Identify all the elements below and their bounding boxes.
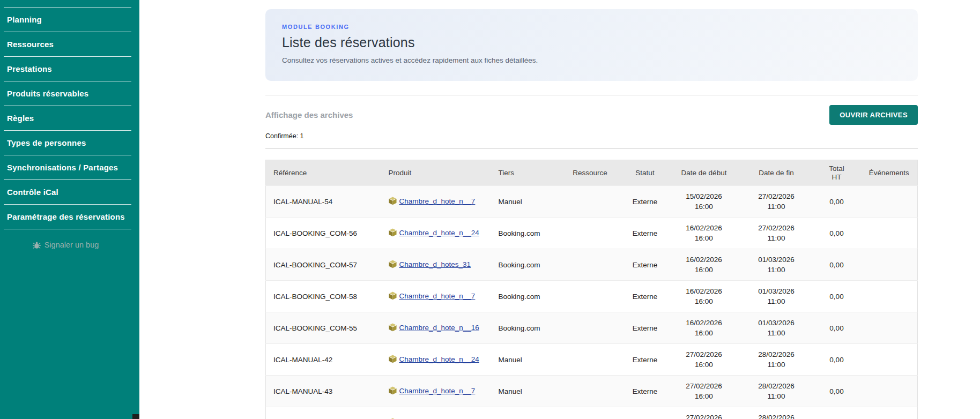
cell-statut: Externe	[622, 312, 668, 344]
module-label: MODULE BOOKING	[282, 24, 901, 30]
cell-ressource	[558, 218, 622, 249]
cell-tiers: Manuel	[491, 376, 558, 407]
cell-tiers: Booking.com	[491, 312, 558, 344]
cell-ressource	[558, 249, 622, 281]
table-row[interactable]: ICAL-BOOKING_COM-56 Chambre_d_hote_n__24…	[266, 218, 918, 249]
cell-date-fin: 27/02/202611:00	[740, 186, 813, 218]
cell-date-fin: 28/02/202611:00	[740, 407, 813, 419]
cell-date-debut: 27/02/202616:00	[668, 376, 740, 407]
cell-tiers: Manuel	[491, 407, 558, 419]
cell-evenements	[861, 312, 918, 344]
sidebar-scrollbar-corner	[132, 414, 139, 419]
cell-total-ht: 0,00	[813, 407, 861, 419]
reservations-table: Référence Produit Tiers Ressource Statut…	[265, 160, 918, 419]
cell-reference: ICAL-MANUAL-44	[266, 407, 381, 419]
product-link[interactable]: Chambre_d_hote_n__7	[399, 387, 476, 395]
table-row[interactable]: ICAL-MANUAL-44 Chambre_d_hote_n__16 Manu…	[266, 407, 918, 419]
table-row[interactable]: ICAL-BOOKING_COM-58 Chambre_d_hote_n__7 …	[266, 281, 918, 312]
cell-evenements	[861, 249, 918, 281]
cell-date-fin: 01/03/202611:00	[740, 312, 813, 344]
sidebar-item-produits-reservables[interactable]: Produits réservables	[4, 81, 131, 106]
app-window: Planning Ressources Prestations Produits…	[0, 0, 980, 419]
module-header-card: MODULE BOOKING Liste des réservations Co…	[265, 9, 918, 81]
cell-total-ht: 0,00	[813, 249, 861, 281]
sidebar-item-label: Contrôle iCal	[4, 188, 58, 197]
product-link[interactable]: Chambre_d_hote_n__7	[399, 292, 476, 300]
cell-date-debut: 16/02/202616:00	[668, 312, 740, 344]
sidebar-item-types-de-personnes[interactable]: Types de personnes	[4, 130, 131, 155]
table-row[interactable]: ICAL-MANUAL-43 Chambre_d_hote_n__7 Manue…	[266, 376, 918, 407]
cell-ressource	[558, 281, 622, 312]
cell-date-fin: 27/02/202611:00	[740, 218, 813, 249]
cell-product: Chambre_d_hotes_31	[381, 249, 491, 281]
column-header-date-debut: Date de début	[668, 160, 740, 186]
column-header-statut: Statut	[622, 160, 668, 186]
confirmed-count: Confirmée: 1	[265, 132, 918, 140]
table-row[interactable]: ICAL-MANUAL-42 Chambre_d_hote_n__24 Manu…	[266, 344, 918, 376]
sidebar-item-regles[interactable]: Règles	[4, 106, 131, 130]
cell-tiers: Manuel	[491, 344, 558, 376]
cell-statut: Externe	[622, 281, 668, 312]
table-row[interactable]: ICAL-BOOKING_COM-57 Chambre_d_hotes_31 B…	[266, 249, 918, 281]
cell-date-debut: 16/02/202616:00	[668, 249, 740, 281]
package-cube-icon	[389, 228, 397, 238]
sidebar-item-planning[interactable]: Planning	[4, 7, 131, 32]
cell-date-debut: 16/02/202616:00	[668, 218, 740, 249]
cell-date-debut: 27/02/202616:00	[668, 344, 740, 376]
cell-total-ht: 0,00	[813, 281, 861, 312]
column-header-evenements: Événements	[861, 160, 918, 186]
product-link[interactable]: Chambre_d_hote_n__24	[399, 355, 479, 363]
cell-tiers: Booking.com	[491, 281, 558, 312]
product-link[interactable]: Chambre_d_hote_n__16	[399, 324, 479, 332]
divider	[265, 148, 918, 149]
cell-date-fin: 28/02/202611:00	[740, 344, 813, 376]
sidebar-item-label: Paramétrage des réservations	[4, 212, 125, 221]
sidebar-item-controle-ical[interactable]: Contrôle iCal	[4, 179, 131, 204]
sidebar-navigation: Planning Ressources Prestations Produits…	[0, 0, 139, 419]
sidebar-item-prestations[interactable]: Prestations	[4, 56, 131, 81]
report-bug-label: Signaler un bug	[44, 241, 99, 249]
report-bug-link[interactable]: Signaler un bug	[0, 241, 131, 249]
cell-tiers: Booking.com	[491, 218, 558, 249]
product-link[interactable]: Chambre_d_hote_n__24	[399, 229, 479, 237]
cell-reference: ICAL-MANUAL-43	[266, 376, 381, 407]
archives-toolbar: Affichage des archives OUVRIR ARCHIVES	[265, 105, 918, 125]
cell-product: Chambre_d_hote_n__7	[381, 281, 491, 312]
sidebar-item-label: Planning	[4, 15, 42, 24]
column-header-date-fin: Date de fin	[740, 160, 813, 186]
cell-statut: Externe	[622, 249, 668, 281]
cell-evenements	[861, 281, 918, 312]
cell-date-fin: 01/03/202611:00	[740, 281, 813, 312]
column-header-ressource: Ressource	[558, 160, 622, 186]
cell-evenements	[861, 186, 918, 218]
sidebar-item-parametrage-reservations[interactable]: Paramétrage des réservations	[4, 204, 131, 229]
cell-date-fin: 28/02/202611:00	[740, 376, 813, 407]
cell-reference: ICAL-MANUAL-42	[266, 344, 381, 376]
cell-reference: ICAL-BOOKING_COM-56	[266, 218, 381, 249]
sidebar-item-label: Ressources	[4, 40, 54, 49]
cell-reference: ICAL-BOOKING_COM-55	[266, 312, 381, 344]
cell-evenements	[861, 218, 918, 249]
sidebar-item-label: Types de personnes	[4, 138, 86, 147]
cell-reference: ICAL-BOOKING_COM-58	[266, 281, 381, 312]
archives-label: Affichage des archives	[265, 110, 353, 119]
cell-product: Chambre_d_hote_n__16	[381, 312, 491, 344]
table-row[interactable]: ICAL-MANUAL-54 Chambre_d_hote_n__7 Manue…	[266, 186, 918, 218]
product-link[interactable]: Chambre_d_hote_n__7	[399, 197, 476, 205]
package-cube-icon	[389, 355, 397, 365]
cell-date-fin: 01/03/202611:00	[740, 249, 813, 281]
sidebar-item-label: Synchronisations / Partages	[4, 163, 118, 172]
cell-product: Chambre_d_hote_n__24	[381, 344, 491, 376]
cell-evenements	[861, 376, 918, 407]
cell-total-ht: 0,00	[813, 312, 861, 344]
column-header-produit: Produit	[381, 160, 491, 186]
page-subtitle: Consultez vos réservations actives et ac…	[282, 56, 901, 64]
cell-tiers: Booking.com	[491, 249, 558, 281]
cell-product: Chambre_d_hote_n__7	[381, 186, 491, 218]
table-row[interactable]: ICAL-BOOKING_COM-55 Chambre_d_hote_n__16…	[266, 312, 918, 344]
product-link[interactable]: Chambre_d_hotes_31	[399, 260, 471, 268]
cell-statut: Externe	[622, 186, 668, 218]
sidebar-item-synchronisations-partages[interactable]: Synchronisations / Partages	[4, 155, 131, 179]
sidebar-item-ressources[interactable]: Ressources	[4, 32, 131, 56]
open-archives-button[interactable]: OUVRIR ARCHIVES	[829, 105, 918, 125]
